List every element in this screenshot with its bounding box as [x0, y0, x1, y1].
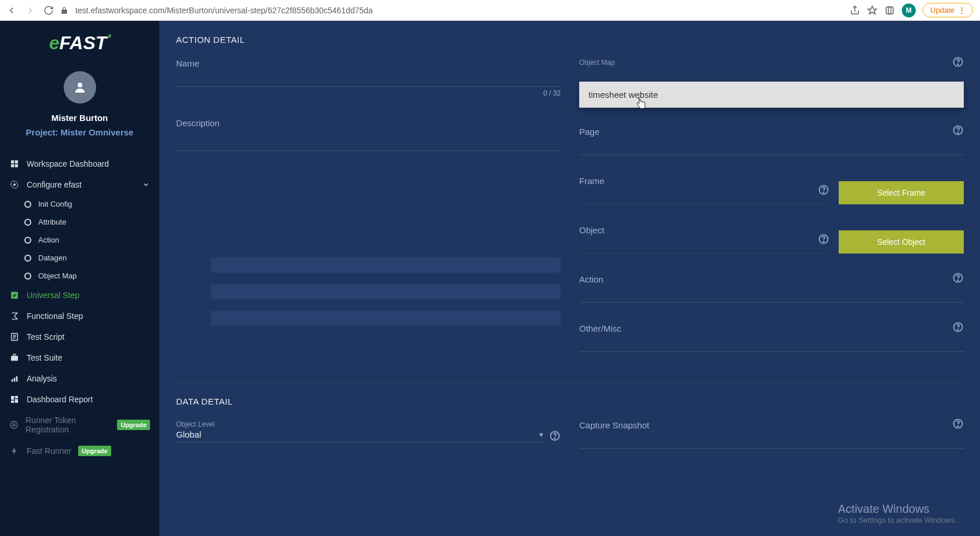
help-icon[interactable] — [952, 56, 964, 68]
svg-rect-0 — [886, 7, 893, 14]
help-icon[interactable] — [818, 233, 829, 245]
svg-rect-6 — [15, 164, 18, 167]
help-icon[interactable] — [952, 272, 964, 284]
bookmark-star-icon[interactable] — [867, 5, 877, 16]
capture-snapshot-wrap: Capture Snapshot — [579, 420, 964, 449]
nav-attribute[interactable]: Attribute — [0, 213, 159, 231]
svg-rect-13 — [16, 376, 18, 381]
extensions-icon[interactable] — [884, 5, 895, 16]
nav-action[interactable]: Action — [0, 231, 159, 249]
sidebar: eFAST❜ Mister Burton Project: Mister Omn… — [0, 21, 160, 536]
nav-test-suite[interactable]: Test Suite — [0, 347, 159, 368]
step-icon — [9, 291, 20, 300]
nav-init-config[interactable]: Init Config — [0, 195, 159, 213]
radio-icon — [24, 237, 31, 244]
nav-label: Test Suite — [27, 353, 62, 362]
radio-icon — [24, 201, 31, 208]
lock-icon — [60, 6, 68, 14]
svg-point-23 — [957, 133, 958, 133]
object-label: Object — [579, 225, 829, 235]
kebab-icon: ⋮ — [958, 6, 966, 14]
windows-title: Activate Windows — [838, 502, 957, 516]
svg-point-7 — [13, 183, 16, 186]
svg-point-25 — [823, 192, 824, 193]
nav-runner-token[interactable]: Runner Token Registration Upgrade — [0, 410, 159, 440]
other-misc-field-wrap: Other/Misc — [579, 324, 964, 352]
reload-button[interactable] — [42, 3, 56, 17]
nav-label: Fast Runner — [27, 446, 71, 456]
profile-avatar-icon[interactable]: M — [902, 3, 916, 17]
nav-label: Action — [38, 236, 59, 244]
name-label: Name — [176, 58, 561, 68]
nav-label: Workspace Dashboard — [27, 159, 109, 168]
nav-functional-step[interactable]: Functional Step — [0, 306, 159, 326]
help-icon[interactable] — [952, 321, 964, 333]
nav-dashboard-report[interactable]: Dashboard Report — [0, 389, 159, 410]
svg-rect-3 — [11, 160, 14, 163]
dashboard-icon — [9, 159, 20, 168]
nav-datagen[interactable]: Datagen — [0, 249, 159, 267]
svg-rect-16 — [15, 399, 18, 403]
object-level-wrap: Object Level Global ▼ — [176, 420, 561, 442]
select-frame-button[interactable]: Select Frame — [839, 181, 964, 204]
nav-workspace-dashboard[interactable]: Workspace Dashboard — [0, 153, 159, 174]
profile-block: Mister Burton Project: Mister Omniverse — [0, 71, 159, 137]
nav-analysis[interactable]: Analysis — [0, 368, 159, 389]
frame-input[interactable] — [579, 187, 829, 204]
object-row: Object Select Object — [579, 225, 964, 254]
main-content: ACTION DETAIL Name 0 / 32 Description — [160, 21, 980, 536]
nav-configure-efast[interactable]: Configure efast — [0, 174, 159, 195]
nav-fast-runner[interactable]: Fast Runner Upgrade — [0, 440, 159, 462]
chevron-down-icon — [142, 181, 150, 189]
object-map-label: Object Map — [579, 58, 964, 67]
svg-point-19 — [13, 424, 15, 426]
help-icon[interactable] — [818, 184, 829, 196]
svg-point-29 — [957, 280, 958, 281]
other-misc-label: Other/Misc — [579, 324, 964, 333]
nav-test-script[interactable]: Test Script — [0, 326, 159, 347]
frame-label: Frame — [579, 176, 829, 186]
user-avatar-icon[interactable] — [64, 71, 96, 104]
help-icon[interactable] — [952, 124, 964, 136]
leaf-icon: ❜ — [107, 33, 110, 45]
logo-main: FAST — [60, 32, 107, 53]
page-input[interactable] — [579, 138, 964, 155]
upgrade-badge: Upgrade — [117, 420, 150, 430]
nav-universal-step[interactable]: Universal Step — [0, 285, 159, 306]
svg-rect-10 — [11, 356, 18, 361]
nav-object-map[interactable]: Object Map — [0, 267, 159, 285]
select-object-button[interactable]: Select Object — [839, 230, 964, 254]
help-icon[interactable] — [952, 418, 964, 429]
nav-label: Functional Step — [27, 311, 83, 321]
back-button[interactable] — [5, 3, 19, 17]
browser-toolbar: test.efastworkspace.com/MisterBurton/uni… — [0, 0, 980, 21]
windows-watermark: Activate Windows Go to Settings to activ… — [838, 502, 957, 524]
skeleton-line — [211, 311, 561, 326]
gear-icon — [9, 180, 20, 189]
action-input[interactable] — [579, 285, 964, 303]
script-icon — [9, 332, 20, 342]
update-label: Update — [930, 6, 955, 14]
svg-rect-11 — [12, 379, 13, 381]
object-level-select[interactable]: Global ▼ — [176, 429, 544, 442]
description-field-wrap: Description — [176, 118, 561, 153]
description-input[interactable] — [176, 129, 561, 151]
svg-rect-15 — [15, 396, 18, 398]
dropdown-option-timesheet[interactable]: timesheet website — [579, 82, 964, 108]
forward-button[interactable] — [23, 3, 37, 17]
project-name[interactable]: Project: Mister Omniverse — [26, 127, 134, 137]
help-icon[interactable] — [549, 430, 561, 442]
url-bar[interactable]: test.efastworkspace.com/MisterBurton/uni… — [73, 6, 845, 15]
logo-prefix: e — [49, 32, 60, 53]
update-button[interactable]: Update ⋮ — [923, 3, 973, 17]
name-input[interactable] — [176, 69, 561, 87]
svg-point-27 — [823, 241, 824, 242]
page-label: Page — [579, 127, 964, 137]
nav-label: Init Config — [38, 200, 72, 208]
other-misc-input[interactable] — [579, 335, 964, 352]
object-input[interactable] — [579, 236, 829, 254]
object-map-field-wrap: Object Map timesheet website — [579, 58, 964, 85]
nav-label: Configure efast — [27, 180, 82, 189]
capture-snapshot-input[interactable] — [579, 431, 964, 449]
share-icon[interactable] — [850, 5, 860, 16]
